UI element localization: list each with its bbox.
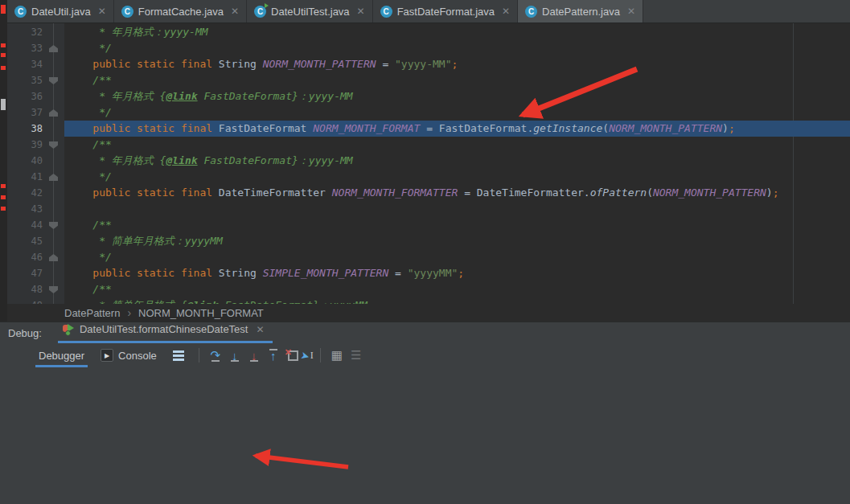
editor-tab-FastDateFormat.java[interactable]: CFastDateFormat.java✕ [373,0,518,23]
code-editor[interactable]: 323334353637383940414243444546474849 * 年… [7,23,850,304]
step-out-button[interactable]: ↑ [264,346,283,364]
line-number-49[interactable]: 49 [7,297,43,304]
debug-label: Debug: [8,327,42,339]
line-number-33[interactable]: 33 [7,40,43,56]
editor-tab-bar: CDateUtil.java✕CFormatCache.java✕CDateUt… [7,0,850,23]
fold-marker-icon[interactable] [49,222,58,229]
breadcrumb-chevron-icon: › [127,306,131,319]
code-line-38[interactable]: public static final FastDateFormat NORM_… [64,121,850,137]
class-icon: C [525,6,537,18]
debug-session-tab[interactable]: DateUtilTest.formatChineseDateTest ✕ [58,320,273,343]
code-line-46[interactable]: */ [64,249,850,265]
line-number-46[interactable]: 46 [7,249,43,265]
line-number-44[interactable]: 44 [7,217,43,233]
code-line-41[interactable]: */ [64,169,850,185]
test-run-badge-icon [265,3,269,8]
code-line-44[interactable]: /** [64,217,850,233]
close-icon[interactable]: ✕ [627,6,635,17]
code-line-37[interactable]: */ [64,104,850,121]
code-area[interactable]: * 年月格式：yyyy-MM */ public static final St… [64,23,850,304]
line-number-36[interactable]: 36 [7,88,43,104]
debug-tool-window: Debug: DateUtilTest.formatChineseDateTes… [0,322,850,504]
code-line-35[interactable]: /** [64,72,850,88]
code-line-34[interactable]: public static final String NORM_MONTH_PA… [64,56,850,72]
code-line-32[interactable]: * 年月格式：yyyy-MM [64,24,850,40]
editor-tab-DateUtil.java[interactable]: CDateUtil.java✕ [7,0,114,23]
code-line-49[interactable]: * 简单年月格式 {@link FastDateFormat}：yyyyMM [64,297,850,304]
line-number-32[interactable]: 32 [7,24,43,40]
code-line-36[interactable]: * 年月格式 {@link FastDateFormat}：yyyy-MM [64,88,850,104]
debug-header: Debug: DateUtilTest.formatChineseDateTes… [0,322,850,343]
fold-marker-icon[interactable] [49,174,58,181]
line-number-43[interactable]: 43 [7,201,43,217]
class-icon: C [380,6,392,18]
layout-settings-button[interactable]: ☰ [347,346,366,364]
left-edge-strip [0,0,7,322]
tab-debugger[interactable]: Debugger [31,343,92,367]
line-number-41[interactable]: 41 [7,169,43,185]
fold-marker-icon[interactable] [49,254,58,261]
code-line-48[interactable]: /** [64,281,850,297]
code-line-47[interactable]: public static final String SIMPLE_MONTH_… [64,265,850,281]
run-to-cursor-button[interactable]: ➤I [301,350,314,362]
edge-red-mark [1,195,6,199]
tab-console-label: Console [118,350,157,362]
editor-tab-FormatCache.java[interactable]: CFormatCache.java✕ [114,0,247,23]
class-icon: C [254,6,266,18]
editor-tab-label: FormatCache.java [138,6,224,18]
editor-tab-label: DateUtilTest.java [271,6,350,18]
editor-tab-label: FastDateFormat.java [397,6,495,18]
debug-config-icon [63,324,75,334]
line-number-39[interactable]: 39 [7,137,43,153]
fold-marker-icon[interactable] [49,286,58,293]
drop-frame-button[interactable]: ✕ [283,347,301,363]
line-number-42[interactable]: 42 [7,185,43,201]
editor-tab-DatePattern.java[interactable]: CDatePattern.java✕ [518,0,643,23]
evaluate-expression-button[interactable]: ▦ [327,346,347,364]
edge-red-mark [1,5,6,14]
breadcrumb-class[interactable]: DatePattern [64,307,120,319]
line-number-40[interactable]: 40 [7,153,43,169]
close-icon[interactable]: ✕ [231,6,239,17]
fold-marker-icon[interactable] [49,77,58,84]
edge-red-mark [1,184,6,188]
edge-red-mark [1,53,6,57]
code-line-43[interactable] [64,201,850,217]
threads-view-icon[interactable] [173,350,184,361]
step-over-button[interactable]: ↷ [206,346,225,364]
class-icon: C [121,6,133,18]
editor-tab-DateUtilTest.java[interactable]: CDateUtilTest.java✕ [247,0,373,23]
close-icon[interactable]: ✕ [502,6,510,17]
step-into-button[interactable]: ↓ [225,346,244,364]
force-step-into-button[interactable]: ↓ [244,346,264,364]
line-number-35[interactable]: 35 [7,72,43,88]
code-line-42[interactable]: public static final DateTimeFormatter NO… [64,185,850,201]
tab-console[interactable]: ▶ Console [92,343,165,367]
code-line-39[interactable]: /** [64,137,850,153]
code-line-33[interactable]: */ [64,40,850,56]
fold-marker-icon[interactable] [49,109,58,117]
editor-tab-label: DateUtil.java [31,6,91,18]
edge-red-mark [1,207,6,211]
code-line-40[interactable]: * 年月格式 {@link FastDateFormat}：yyyy-MM [64,153,850,169]
breadcrumb-member[interactable]: NORM_MONTH_FORMAT [138,307,264,319]
edge-red-mark [1,43,6,47]
console-icon: ▶ [101,349,113,362]
code-line-45[interactable]: * 简单年月格式：yyyyMM [64,233,850,249]
editor-gutter[interactable]: 323334353637383940414243444546474849 [7,23,64,304]
edge-gray-mark [1,99,6,110]
fold-marker-icon[interactable] [49,141,58,149]
breadcrumb: DatePattern › NORM_MONTH_FORMAT [7,304,850,322]
line-number-34[interactable]: 34 [7,56,43,72]
close-icon[interactable]: ✕ [357,6,365,17]
line-number-38[interactable]: 38 [7,121,43,137]
line-number-47[interactable]: 47 [7,265,43,281]
close-icon[interactable]: ✕ [256,324,264,335]
line-number-45[interactable]: 45 [7,233,43,249]
line-number-48[interactable]: 48 [7,281,43,297]
line-number-37[interactable]: 37 [7,104,43,121]
editor-tab-label: DatePattern.java [542,6,620,18]
fold-marker-icon[interactable] [49,45,58,52]
class-icon: C [14,6,27,18]
close-icon[interactable]: ✕ [98,6,106,17]
